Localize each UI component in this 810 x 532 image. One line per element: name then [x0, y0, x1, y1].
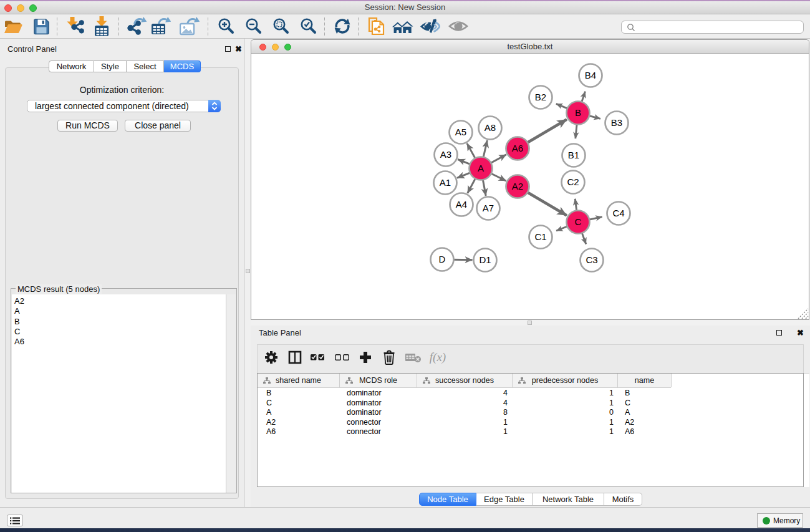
- svg-text:C1: C1: [534, 231, 546, 242]
- svg-text:A7: A7: [483, 203, 494, 213]
- svg-text:B2: B2: [535, 92, 546, 102]
- svg-text:B4: B4: [585, 70, 596, 80]
- svg-text:A: A: [478, 163, 484, 173]
- svg-text:A8: A8: [485, 122, 496, 133]
- svg-text:B3: B3: [611, 117, 622, 128]
- svg-text:C4: C4: [612, 208, 624, 218]
- svg-text:A5: A5: [455, 127, 466, 137]
- svg-text:A3: A3: [440, 149, 451, 160]
- svg-text:C2: C2: [567, 177, 579, 187]
- svg-text:D1: D1: [479, 254, 491, 265]
- svg-text:A1: A1: [440, 177, 451, 188]
- svg-text:A4: A4: [456, 199, 467, 210]
- svg-text:C3: C3: [586, 254, 597, 265]
- svg-text:C: C: [575, 216, 582, 227]
- svg-text:A2: A2: [512, 181, 523, 191]
- svg-text:D: D: [439, 254, 446, 264]
- svg-text:B1: B1: [568, 150, 579, 160]
- svg-text:A6: A6: [512, 143, 523, 153]
- svg-text:B: B: [575, 107, 581, 118]
